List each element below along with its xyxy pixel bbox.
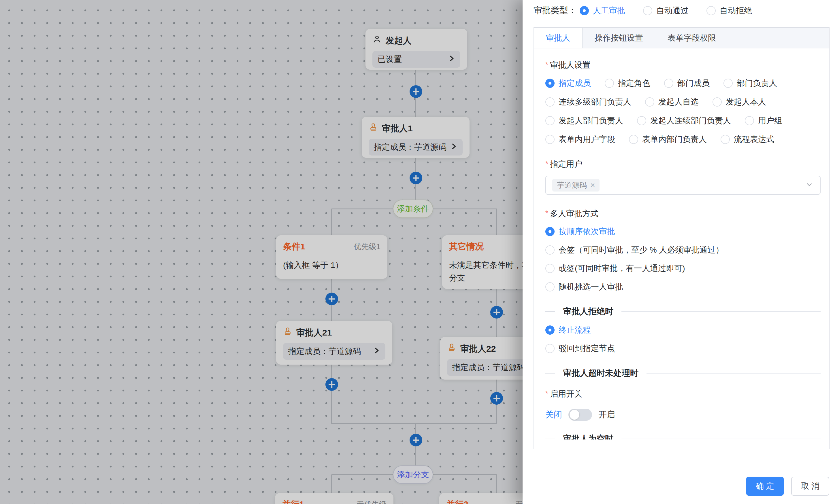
approver-setting-row4: 表单内用户字段 表单内部门负责人 流程表达式 [545, 134, 820, 145]
radio-circle-icon [545, 344, 554, 353]
approval-flow-designer: 发起人 已设置 审批人1 [0, 0, 833, 504]
settings-tab-card: 审批人 操作按钮设置 表单字段权限 *审批人设置 指定成员 指定角色 部门成员 … [533, 27, 830, 449]
radio-circle-icon [723, 79, 733, 88]
multi-approve-options: 按顺序依次审批 会签（可同时审批，至少 % 人必须审批通过） 或签(可同时审批，… [545, 226, 820, 293]
required-asterisk: * [545, 389, 548, 398]
radio-circle-icon [545, 135, 554, 144]
multi-approve-label: *多人审批方式 [545, 208, 820, 219]
radio-dept-leader[interactable]: 部门负责人 [723, 78, 777, 89]
empty-section-title: 审批人为空时 [563, 433, 613, 439]
assigned-user-label: *指定用户 [545, 158, 820, 169]
radio-assign-role[interactable]: 指定角色 [605, 78, 650, 89]
toggle-knob [570, 410, 579, 420]
approver-setting-row2: 连续多级部门负责人 发起人自选 发起人本人 [545, 96, 820, 108]
radio-circle-icon [545, 264, 554, 273]
radio-form-user-field[interactable]: 表单内用户字段 [545, 134, 615, 145]
panel-footer: 确 定 取 消 [523, 468, 833, 504]
radio-dept-member[interactable]: 部门成员 [664, 78, 710, 89]
radio-auto-reject[interactable]: 自动拒绝 [707, 5, 752, 16]
radio-circle-icon [720, 135, 730, 144]
timeout-toggle[interactable] [568, 409, 592, 421]
radio-circle-icon [545, 79, 554, 88]
radio-auto-pass[interactable]: 自动通过 [643, 5, 689, 16]
radio-circle-icon [745, 116, 754, 125]
radio-sequential-approve[interactable]: 按顺序依次审批 [545, 226, 820, 237]
radio-circle-icon [707, 6, 716, 15]
divider-dash [545, 438, 555, 439]
radio-initiator-self[interactable]: 发起人本人 [713, 97, 766, 107]
divider-dash [545, 311, 555, 312]
radio-circle-icon [545, 282, 554, 292]
flow-canvas[interactable]: 发起人 已设置 审批人1 [0, 0, 523, 504]
radio-circle-icon [545, 97, 554, 106]
reject-section-divider: 审批人拒绝时 [545, 306, 820, 318]
radio-circle-icon [713, 97, 722, 106]
empty-section-divider: 审批人为空时 [545, 433, 820, 439]
timeout-switch-row: 关闭 开启 [545, 408, 820, 422]
radio-circle-icon [629, 135, 638, 144]
timeout-section-divider: 审批人超时未处理时 [545, 368, 820, 379]
radio-orsign[interactable]: 或签(可同时审批，有一人通过即可) [545, 263, 820, 274]
required-asterisk: * [545, 159, 548, 168]
divider-dash [545, 373, 555, 374]
radio-circle-icon [545, 116, 554, 125]
radio-circle-icon [545, 227, 554, 236]
divider-rule [646, 373, 820, 374]
canvas-dim-overlay [0, 0, 523, 504]
timeout-section-title: 审批人超时未处理时 [563, 368, 638, 379]
divider-rule [621, 311, 820, 312]
reject-options: 终止流程 驳回到指定节点 [545, 324, 820, 354]
required-asterisk: * [545, 209, 548, 218]
reject-section-title: 审批人拒绝时 [563, 306, 613, 318]
radio-circle-icon [605, 79, 614, 88]
switch-on-label: 开启 [598, 409, 615, 421]
radio-form-dept-leader[interactable]: 表单内部门负责人 [629, 134, 707, 145]
approver-config-panel: 审批类型： 人工审批 自动通过 自动拒绝 审批人 操作按钮设置 表单字段权限 [523, 0, 833, 504]
enable-switch-label: *启用开关 [545, 388, 820, 399]
switch-off-label: 关闭 [545, 409, 562, 421]
radio-user-group[interactable]: 用户组 [745, 115, 782, 126]
approver-setting-row3: 发起人部门负责人 发起人连续部门负责人 用户组 [545, 115, 820, 126]
radio-assign-member[interactable]: 指定成员 [545, 78, 591, 89]
tab-button-settings[interactable]: 操作按钮设置 [582, 28, 656, 48]
cancel-button[interactable]: 取 消 [791, 477, 829, 496]
tab-bar: 审批人 操作按钮设置 表单字段权限 [534, 28, 829, 48]
radio-circle-icon [545, 245, 554, 255]
radio-countersign[interactable]: 会签（可同时审批，至少 % 人必须审批通过） [545, 244, 820, 256]
radio-circle-icon [643, 6, 652, 15]
radio-circle-icon [580, 6, 589, 15]
approver-setting-row1: 指定成员 指定角色 部门成员 部门负责人 [545, 77, 820, 89]
clipped-next-section: 审批人为空时 [545, 433, 820, 439]
radio-random-one[interactable]: 随机挑选一人审批 [545, 281, 820, 293]
chevron-down-icon [805, 180, 814, 190]
user-tag: 芋道源码 × [552, 179, 599, 192]
radio-circle-icon [645, 97, 654, 106]
tag-remove-icon[interactable]: × [590, 181, 595, 189]
radio-initiator-choose[interactable]: 发起人自选 [645, 97, 699, 107]
divider-rule [621, 438, 820, 439]
radio-initiator-multi-dept-leader[interactable]: 发起人连续部门负责人 [637, 115, 731, 126]
radio-process-expression[interactable]: 流程表达式 [720, 134, 774, 145]
radio-terminate-process[interactable]: 终止流程 [545, 324, 820, 336]
radio-circle-icon [545, 325, 554, 335]
required-asterisk: * [545, 60, 548, 69]
tab-form-field-permission[interactable]: 表单字段权限 [656, 28, 729, 48]
radio-multi-level-dept-leader[interactable]: 连续多级部门负责人 [545, 97, 631, 107]
approver-setting-label: *审批人设置 [545, 59, 820, 70]
approval-type-label: 审批类型： [533, 5, 577, 17]
radio-circle-icon [664, 79, 673, 88]
radio-initiator-dept-leader[interactable]: 发起人部门负责人 [545, 115, 623, 126]
approval-type-row: 审批类型： 人工审批 自动通过 自动拒绝 [533, 5, 829, 17]
confirm-button[interactable]: 确 定 [746, 477, 784, 496]
radio-return-to-node[interactable]: 驳回到指定节点 [545, 343, 820, 354]
tab-body: *审批人设置 指定成员 指定角色 部门成员 部门负责人 连续多级部门负责人 发起… [534, 48, 829, 439]
assigned-user-select[interactable]: 芋道源码 × [545, 176, 820, 195]
radio-circle-icon [637, 116, 646, 125]
radio-manual-approve[interactable]: 人工审批 [580, 5, 625, 16]
tab-approver[interactable]: 审批人 [534, 28, 582, 48]
